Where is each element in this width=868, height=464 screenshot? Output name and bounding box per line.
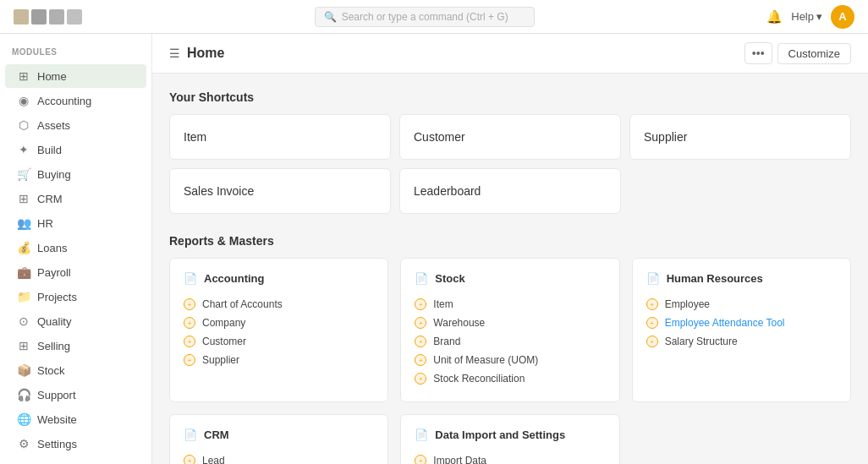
- report-item-human-resources-0[interactable]: +Employee: [646, 295, 837, 314]
- more-options-button[interactable]: •••: [744, 42, 772, 64]
- shortcut-card-3[interactable]: Sales Invoice: [169, 168, 391, 214]
- sidebar-item-home[interactable]: ⊞Home: [5, 64, 146, 88]
- report-item-accounting-0[interactable]: +Chart of Accounts: [184, 295, 374, 314]
- sidebar-item-assets[interactable]: ⬡Assets: [5, 113, 146, 137]
- sidebar-item-settings[interactable]: ⚙Settings: [5, 432, 146, 456]
- report-card-title: CRM: [204, 429, 229, 441]
- sidebar-item-label: Buying: [37, 168, 71, 181]
- report-card-crm: 📄CRM+Lead+Customer Group+Territory: [169, 414, 388, 464]
- logo-sq-3: [49, 9, 64, 25]
- report-item-label: Employee: [665, 298, 710, 310]
- sidebar-item-website[interactable]: 🌐Website: [5, 407, 146, 431]
- sidebar-item-crm[interactable]: ⊞CRM: [5, 187, 146, 210]
- report-card-header-accounting: 📄Accounting: [184, 272, 374, 285]
- sidebar-item-label: Accounting: [37, 95, 91, 107]
- report-dot-icon: +: [184, 298, 195, 310]
- sidebar-item-payroll[interactable]: 💼Payroll: [5, 260, 146, 284]
- sidebar-item-stock[interactable]: 📦Stock: [5, 358, 146, 382]
- shortcut-card-0[interactable]: Item: [169, 114, 391, 160]
- report-item-accounting-2[interactable]: +Customer: [184, 332, 374, 351]
- report-item-stock-0[interactable]: +Item: [415, 295, 605, 314]
- search-placeholder: Search or type a command (Ctrl + G): [342, 11, 508, 23]
- sidebar-item-label: Support: [37, 389, 76, 401]
- report-item-label: Salary Structure: [665, 336, 738, 347]
- selling-icon: ⊞: [17, 339, 30, 352]
- sidebar-item-selling[interactable]: ⊞Selling: [5, 334, 146, 358]
- build-icon: ✦: [17, 143, 30, 156]
- logo: [14, 9, 82, 25]
- report-card-accounting: 📄Accounting+Chart of Accounts+Company+Cu…: [169, 258, 388, 402]
- report-dot-icon: +: [415, 455, 426, 464]
- sidebar-item-accounting[interactable]: ◉Accounting: [5, 89, 146, 112]
- help-label: Help: [791, 10, 814, 23]
- content-area: Your Shortcuts ItemCustomerSupplierSales…: [152, 74, 868, 464]
- report-item-stock-1[interactable]: +Warehouse: [415, 314, 605, 332]
- sidebar-item-build[interactable]: ✦Build: [5, 138, 146, 161]
- report-item-stock-2[interactable]: +Brand: [415, 332, 605, 351]
- shortcut-card-2[interactable]: Supplier: [629, 114, 851, 160]
- report-item-label: Brand: [433, 336, 460, 347]
- hr-icon: 👥: [17, 216, 30, 230]
- topbar-right: 🔔 Help ▾ A: [766, 5, 854, 29]
- report-dot-icon: +: [646, 298, 658, 310]
- report-dot-icon: +: [184, 336, 195, 347]
- projects-icon: 📁: [17, 290, 30, 303]
- page-title: Home: [187, 46, 224, 61]
- report-item-stock-3[interactable]: +Unit of Measure (UOM): [415, 351, 605, 369]
- report-item-accounting-3[interactable]: +Supplier: [184, 351, 374, 369]
- notification-bell-icon[interactable]: 🔔: [766, 9, 783, 25]
- avatar[interactable]: A: [831, 5, 854, 29]
- report-dot-icon: +: [646, 317, 658, 329]
- topbar-left: [14, 9, 82, 25]
- report-item-label: Customer: [202, 336, 246, 347]
- search-icon: 🔍: [324, 11, 337, 23]
- reports-grid: 📄Accounting+Chart of Accounts+Company+Cu…: [169, 258, 851, 464]
- search-bar[interactable]: 🔍 Search or type a command (Ctrl + G): [315, 7, 535, 27]
- logo-sq-1: [14, 9, 29, 25]
- topbar: 🔍 Search or type a command (Ctrl + G) 🔔 …: [0, 0, 868, 34]
- page-header: ☰ Home ••• Customize: [152, 34, 868, 74]
- shortcuts-grid: ItemCustomerSupplierSales InvoiceLeaderb…: [169, 114, 851, 214]
- home-icon: ⊞: [17, 69, 30, 83]
- hamburger-icon[interactable]: ☰: [169, 46, 180, 60]
- report-item-label: Company: [202, 317, 245, 329]
- report-file-icon: 📄: [646, 272, 660, 285]
- sidebar-item-quality[interactable]: ⊙Quality: [5, 309, 146, 333]
- sidebar-item-projects[interactable]: 📁Projects: [5, 285, 146, 308]
- main-content: ☰ Home ••• Customize Your Shortcuts Item…: [152, 34, 868, 464]
- help-button[interactable]: Help ▾: [791, 10, 822, 23]
- report-file-icon: 📄: [415, 272, 428, 285]
- report-item-label: Chart of Accounts: [202, 298, 283, 310]
- sidebar-item-label: Stock: [37, 364, 65, 377]
- shortcut-card-1[interactable]: Customer: [399, 114, 621, 160]
- report-dot-icon: +: [184, 317, 195, 329]
- report-file-icon: 📄: [184, 429, 197, 441]
- report-item-human-resources-1[interactable]: +Employee Attendance Tool: [646, 314, 837, 332]
- sidebar-item-label: Quality: [37, 315, 71, 328]
- loans-icon: 💰: [17, 241, 30, 254]
- shortcuts-section-title: Your Shortcuts: [169, 90, 851, 104]
- report-item-accounting-1[interactable]: +Company: [184, 314, 374, 332]
- page-header-right: ••• Customize: [744, 42, 851, 64]
- report-card-header-crm: 📄CRM: [184, 429, 374, 441]
- report-item-label: Item: [433, 298, 453, 310]
- sidebar-item-support[interactable]: 🎧Support: [5, 383, 146, 407]
- report-item-stock-4[interactable]: +Stock Reconciliation: [415, 369, 605, 388]
- report-item-data-import-0[interactable]: +Import Data: [415, 451, 605, 464]
- buying-icon: 🛒: [17, 167, 30, 181]
- shortcut-card-4[interactable]: Leaderboard: [399, 168, 621, 214]
- report-dot-icon: +: [415, 336, 426, 347]
- website-icon: 🌐: [17, 412, 30, 426]
- report-item-human-resources-2[interactable]: +Salary Structure: [646, 332, 837, 351]
- sidebar-item-buying[interactable]: 🛒Buying: [5, 162, 146, 186]
- help-chevron-icon: ▾: [816, 10, 822, 23]
- settings-icon: ⚙: [17, 437, 30, 450]
- sidebar-item-utilities[interactable]: 📁Utilities: [5, 456, 146, 464]
- stock-icon: 📦: [17, 363, 30, 377]
- customize-button[interactable]: Customize: [777, 43, 851, 64]
- report-card-title: Stock: [435, 272, 464, 285]
- sidebar-item-hr[interactable]: 👥HR: [5, 211, 146, 235]
- report-item-crm-0[interactable]: +Lead: [184, 451, 374, 464]
- report-dot-icon: +: [184, 455, 195, 464]
- sidebar-item-loans[interactable]: 💰Loans: [5, 236, 146, 259]
